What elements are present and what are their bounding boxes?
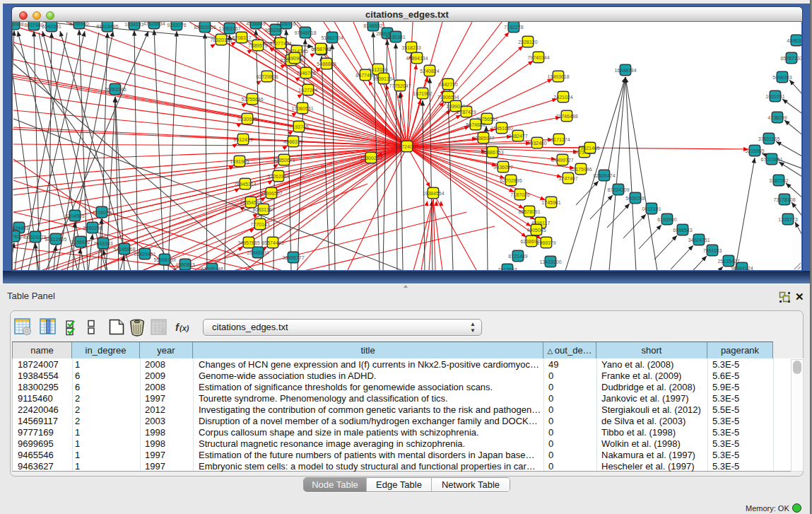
svg-text:62702895: 62702895 <box>500 178 522 183</box>
svg-text:76320163: 76320163 <box>210 37 232 42</box>
svg-text:79740344: 79740344 <box>527 55 549 60</box>
svg-text:77752047: 77752047 <box>389 83 411 88</box>
svg-text:36995777: 36995777 <box>282 255 304 260</box>
svg-text:73178108: 73178108 <box>773 197 795 202</box>
svg-text:5466889: 5466889 <box>317 62 336 66</box>
svg-text:1034131: 1034131 <box>124 22 143 27</box>
svg-text:1627204: 1627204 <box>298 88 317 93</box>
svg-text:37996507: 37996507 <box>260 191 282 196</box>
svg-text:5430391: 5430391 <box>386 35 405 40</box>
svg-text:76945314: 76945314 <box>234 182 256 187</box>
svg-text:37631165: 37631165 <box>758 136 780 141</box>
svg-text:7182278: 7182278 <box>504 25 523 30</box>
svg-text:9413186: 9413186 <box>368 67 387 72</box>
svg-text:8708317: 8708317 <box>232 35 251 40</box>
svg-text:4005045: 4005045 <box>526 228 546 233</box>
svg-text:1031051: 1031051 <box>765 94 784 99</box>
svg-text:2787429: 2787429 <box>457 110 476 115</box>
svg-text:87277434: 87277434 <box>269 41 291 46</box>
svg-text:0330923: 0330923 <box>237 117 257 122</box>
svg-text:2260256: 2260256 <box>83 226 102 230</box>
svg-text:18724007: 18724007 <box>396 144 418 149</box>
svg-text:1491905: 1491905 <box>230 159 249 164</box>
svg-text:4238849: 4238849 <box>246 22 265 26</box>
svg-text:15451680: 15451680 <box>490 126 512 131</box>
svg-text:49894134: 49894134 <box>406 56 428 61</box>
svg-text:4966319: 4966319 <box>283 139 302 144</box>
svg-text:13433200: 13433200 <box>539 259 561 264</box>
svg-text:53755646: 53755646 <box>241 97 263 102</box>
svg-text:57262849: 57262849 <box>267 174 289 179</box>
svg-text:4896383: 4896383 <box>787 38 801 43</box>
svg-text:0812191: 0812191 <box>642 206 661 211</box>
svg-text:7991183: 7991183 <box>703 248 722 253</box>
svg-text:04499727: 04499727 <box>551 158 573 163</box>
svg-text:3387262: 3387262 <box>769 178 788 183</box>
svg-text:29946804: 29946804 <box>247 250 269 255</box>
svg-text:55698169: 55698169 <box>153 257 175 262</box>
svg-text:0842710: 0842710 <box>438 82 457 87</box>
svg-text:1671902: 1671902 <box>413 91 432 96</box>
svg-text:1745961: 1745961 <box>541 200 560 205</box>
svg-text:4216073: 4216073 <box>92 210 111 215</box>
svg-text:82175946: 82175946 <box>570 167 592 172</box>
svg-text:26053346: 26053346 <box>104 87 126 92</box>
svg-text:13171274: 13171274 <box>548 137 570 142</box>
svg-text:1338908: 1338908 <box>13 22 24 27</box>
svg-text:80831367: 80831367 <box>252 207 274 212</box>
svg-text:5098393: 5098393 <box>772 75 792 80</box>
svg-text:61595148: 61595148 <box>201 267 223 270</box>
svg-text:47525534: 47525534 <box>143 22 165 26</box>
svg-text:98084124: 98084124 <box>731 266 753 270</box>
svg-text:9636057: 9636057 <box>493 165 512 170</box>
svg-text:8148932: 8148932 <box>363 23 382 28</box>
svg-text:34874016: 34874016 <box>13 234 25 239</box>
svg-text:34624751: 34624751 <box>688 238 710 243</box>
svg-text:67010651: 67010651 <box>760 157 782 162</box>
svg-text:6998543: 6998543 <box>673 228 692 233</box>
svg-text:0932480: 0932480 <box>527 141 546 146</box>
svg-text:65648236: 65648236 <box>13 228 15 233</box>
svg-text:3482477: 3482477 <box>508 134 527 139</box>
svg-text:1226916: 1226916 <box>276 22 295 26</box>
svg-text:9283276: 9283276 <box>167 23 186 28</box>
svg-text:7187026: 7187026 <box>510 192 529 197</box>
svg-text:4060883: 4060883 <box>175 262 194 267</box>
svg-text:6542351: 6542351 <box>42 24 61 29</box>
svg-text:7889579: 7889579 <box>248 43 267 48</box>
svg-text:01429401: 01429401 <box>134 252 155 257</box>
svg-text:6690967: 6690967 <box>285 56 304 61</box>
svg-text:(x): (x) <box>180 324 189 332</box>
svg-text:6204505: 6204505 <box>65 214 84 218</box>
svg-text:1326773: 1326773 <box>778 217 797 222</box>
svg-text:51850671: 51850671 <box>273 158 295 163</box>
svg-text:5215955: 5215955 <box>745 148 764 153</box>
svg-text:3518233: 3518233 <box>401 45 420 50</box>
svg-text:00524278: 00524278 <box>24 235 46 240</box>
svg-text:97848018: 97848018 <box>294 30 316 35</box>
svg-text:2328120: 2328120 <box>518 40 537 45</box>
svg-text:85574443: 85574443 <box>261 240 283 245</box>
svg-text:9821465: 9821465 <box>580 146 599 151</box>
svg-text:5674680: 5674680 <box>466 122 485 127</box>
svg-text:60385977: 60385977 <box>472 136 494 141</box>
svg-text:65787133: 65787133 <box>780 56 801 61</box>
svg-text:2421024: 2421024 <box>553 95 572 100</box>
svg-text:3158692: 3158692 <box>71 240 90 245</box>
svg-text:83503056: 83503056 <box>194 25 216 30</box>
svg-text:19384554: 19384554 <box>422 191 444 196</box>
svg-text:13953767: 13953767 <box>218 26 240 31</box>
svg-text:25135427: 25135427 <box>717 259 739 264</box>
svg-text:1824493: 1824493 <box>13 226 29 230</box>
svg-text:7770143: 7770143 <box>250 222 269 227</box>
svg-text:4738299: 4738299 <box>767 115 787 120</box>
svg-text:02606474: 02606474 <box>593 173 615 178</box>
svg-text:1969379: 1969379 <box>536 240 555 245</box>
svg-text:7917693: 7917693 <box>498 267 517 270</box>
svg-text:80112805: 80112805 <box>45 237 67 242</box>
svg-text:81618495: 81618495 <box>96 24 118 29</box>
svg-text:13493618: 13493618 <box>547 74 569 79</box>
svg-text:51462704: 51462704 <box>321 35 343 40</box>
svg-text:8721489: 8721489 <box>508 254 527 259</box>
svg-text:8637940: 8637940 <box>24 23 43 28</box>
